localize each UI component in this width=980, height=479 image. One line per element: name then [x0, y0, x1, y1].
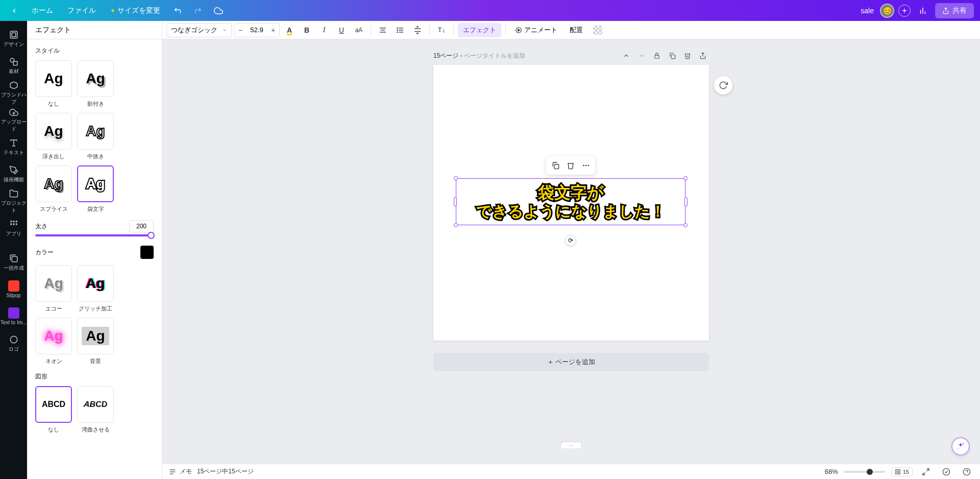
- canvas-scroll[interactable]: 15ページ - ページタイトルを追加: [162, 39, 980, 464]
- color-swatch[interactable]: [140, 246, 154, 259]
- rail-draw[interactable]: 描画機能: [0, 160, 27, 187]
- check-button[interactable]: [939, 465, 953, 479]
- style-shadow[interactable]: Ag: [77, 60, 114, 97]
- fullscreen-button[interactable]: [919, 465, 933, 479]
- rail-text[interactable]: テキスト: [0, 133, 27, 160]
- duplicate-button[interactable]: [666, 50, 678, 62]
- rail-stipop[interactable]: Stipop: [0, 276, 27, 303]
- vertical-text-button[interactable]: T↓: [434, 23, 449, 37]
- delete-element-button[interactable]: [564, 158, 578, 173]
- rail-project[interactable]: プロジェクト: [0, 187, 27, 214]
- svg-rect-44: [898, 472, 900, 474]
- lock-button[interactable]: [651, 50, 663, 62]
- separator: [453, 25, 454, 35]
- redo-button[interactable]: [190, 3, 206, 19]
- copy-button[interactable]: [548, 158, 562, 173]
- resize-handle-se[interactable]: [683, 223, 688, 227]
- rail-brandhub[interactable]: ブランドハブ: [0, 79, 27, 106]
- style-neon[interactable]: Ag: [35, 318, 72, 354]
- font-size-input[interactable]: [247, 26, 267, 34]
- style-background[interactable]: Ag: [77, 318, 114, 354]
- rail-text-to-image[interactable]: Text to Im...: [0, 303, 27, 330]
- page-down-button[interactable]: [635, 50, 648, 62]
- resize-handle-sw[interactable]: [454, 223, 458, 227]
- align-button[interactable]: [375, 23, 390, 37]
- share-page-button[interactable]: [697, 50, 709, 62]
- svg-rect-41: [895, 469, 897, 471]
- notes-button[interactable]: メモ: [168, 467, 192, 476]
- cloud-sync-icon[interactable]: [210, 3, 227, 19]
- rail-elements[interactable]: 素材: [0, 52, 27, 79]
- rotate-handle[interactable]: ⟳: [565, 235, 576, 246]
- rail-upload[interactable]: アップロード: [0, 106, 27, 133]
- resize-handle-nw[interactable]: [454, 176, 458, 180]
- svg-point-26: [397, 32, 398, 32]
- back-button[interactable]: [6, 3, 22, 19]
- rail-bulk[interactable]: 一括作成: [0, 249, 27, 276]
- shape-none[interactable]: ABCD: [35, 386, 72, 423]
- font-dropdown[interactable]: つなぎゴシック: [166, 23, 232, 37]
- page-indicator[interactable]: 15: [891, 467, 913, 476]
- size-minus[interactable]: −: [234, 23, 247, 37]
- help-button[interactable]: [960, 465, 974, 479]
- grid-icon: [895, 469, 901, 475]
- italic-button[interactable]: I: [316, 23, 332, 37]
- thickness-input[interactable]: [129, 220, 154, 232]
- resize-handle-w[interactable]: [454, 197, 457, 206]
- spacing-button[interactable]: [410, 23, 425, 37]
- bold-button[interactable]: B: [299, 23, 314, 37]
- shape-curve[interactable]: ABCD: [77, 386, 114, 423]
- animate-button[interactable]: アニメート: [510, 23, 562, 37]
- style-echo[interactable]: Ag: [35, 265, 72, 302]
- rail-apps[interactable]: アプリ: [0, 214, 27, 242]
- bottom-bar: メモ 15ページ中15ページ 68% 15: [162, 464, 980, 479]
- zoom-slider-thumb[interactable]: [867, 469, 873, 475]
- list-button[interactable]: [393, 23, 408, 37]
- case-button[interactable]: aA: [351, 23, 366, 37]
- expand-pages-tab[interactable]: ︿: [561, 442, 581, 448]
- separator: [429, 25, 430, 35]
- effects-button[interactable]: エフェクト: [458, 23, 501, 37]
- resize-button[interactable]: ✦ サイズを変更: [105, 3, 165, 19]
- file-button[interactable]: ファイル: [62, 3, 101, 19]
- avatar[interactable]: 😊: [880, 4, 894, 18]
- text-color-button[interactable]: A: [282, 23, 297, 37]
- chevron-down-icon: [222, 28, 227, 33]
- page-up-button[interactable]: [620, 50, 632, 62]
- analytics-button[interactable]: [915, 3, 931, 19]
- home-button[interactable]: ホーム: [27, 3, 58, 19]
- delete-button[interactable]: [681, 50, 694, 62]
- notes-icon: [168, 468, 177, 476]
- add-page-button[interactable]: ＋ ページを追加: [433, 353, 709, 371]
- magic-fab[interactable]: [951, 437, 970, 456]
- style-glitch[interactable]: Ag: [77, 265, 114, 302]
- rail-design[interactable]: デザイン: [0, 25, 27, 52]
- svg-rect-13: [10, 223, 12, 225]
- style-none[interactable]: Ag: [35, 60, 72, 97]
- position-button[interactable]: 配置: [565, 23, 588, 37]
- add-member-button[interactable]: +: [898, 5, 911, 17]
- page-title[interactable]: 15ページ - ページタイトルを追加: [433, 52, 525, 60]
- doc-title[interactable]: sale: [861, 7, 874, 15]
- canvas-page[interactable]: 袋文字が できるようになりました！ ⟳: [433, 65, 709, 341]
- svg-rect-5: [12, 33, 16, 37]
- style-outline[interactable]: Ag: [77, 165, 114, 202]
- style-lift[interactable]: Ag: [35, 113, 72, 150]
- more-button[interactable]: [579, 158, 593, 173]
- size-plus[interactable]: +: [267, 23, 279, 37]
- style-hollow[interactable]: Ag: [77, 113, 114, 150]
- rail-logo[interactable]: ロゴ: [0, 330, 27, 357]
- text-element[interactable]: 袋文字が できるようになりました！ ⟳: [456, 178, 685, 225]
- zoom-value[interactable]: 68%: [825, 468, 838, 475]
- resize-handle-e[interactable]: [684, 197, 688, 206]
- thickness-slider[interactable]: [35, 234, 154, 236]
- regenerate-button[interactable]: [714, 76, 732, 94]
- transparency-button[interactable]: [590, 23, 605, 37]
- slider-thumb[interactable]: [148, 232, 155, 239]
- underline-button[interactable]: U: [334, 23, 349, 37]
- style-splice[interactable]: Ag: [35, 165, 72, 202]
- resize-handle-ne[interactable]: [683, 176, 688, 180]
- zoom-slider[interactable]: [844, 471, 885, 473]
- undo-button[interactable]: [169, 3, 186, 19]
- share-button[interactable]: 共有: [935, 3, 974, 18]
